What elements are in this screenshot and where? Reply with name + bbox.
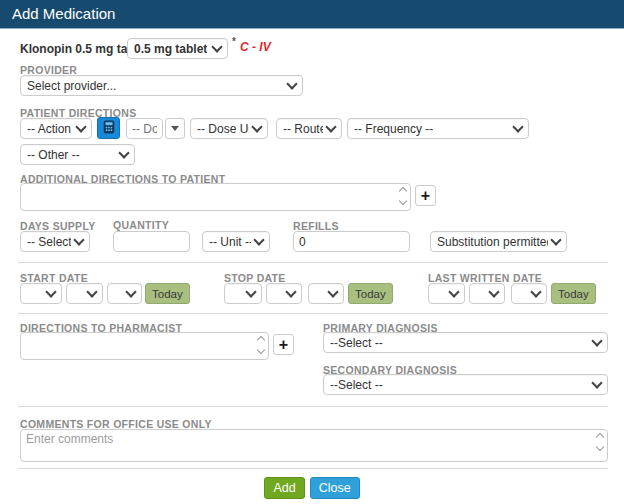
dose-unit-select[interactable]: -- Dose Unit -- [190, 118, 268, 139]
add-directions-button[interactable]: + [415, 185, 436, 206]
quantity-input[interactable] [113, 231, 190, 252]
pharmacist-directions-textarea[interactable] [20, 332, 269, 360]
quantity-label: QUANTITY [113, 219, 169, 231]
frequency-select[interactable]: -- Frequency -- [347, 118, 529, 139]
stop-month-select[interactable] [224, 283, 262, 304]
start-year-select[interactable] [107, 283, 142, 304]
stop-year-select[interactable] [308, 283, 344, 304]
calculator-icon [102, 120, 116, 137]
days-supply-select[interactable]: -- Select -- [20, 231, 90, 252]
chevron-down-icon [488, 286, 499, 297]
chevron-down-icon [75, 121, 86, 132]
divider [18, 262, 608, 263]
chevron-down-icon [251, 121, 262, 132]
stop-day-select[interactable] [266, 283, 302, 304]
textarea-scroll-arrows[interactable] [595, 434, 605, 450]
add-medication-dialog: Add Medication Klonopin 0.5 mg tablet 0.… [0, 0, 624, 504]
chevron-down-icon [285, 286, 296, 297]
comments-textarea[interactable] [20, 429, 608, 462]
dose-calculator-button[interactable] [97, 117, 120, 139]
close-button[interactable]: Close [310, 477, 360, 499]
divider [18, 468, 608, 469]
dialog-header: Add Medication [0, 0, 624, 29]
chevron-down-icon [245, 286, 256, 297]
chevron-down-icon [86, 286, 97, 297]
controlled-substance-schedule: C - IV [240, 40, 271, 54]
refills-input[interactable] [293, 231, 410, 252]
chevron-down-icon [118, 147, 129, 158]
other-select[interactable]: -- Other -- [20, 144, 135, 165]
chevron-down-icon [399, 197, 407, 205]
divider [18, 406, 608, 407]
last-written-day-select[interactable] [469, 283, 505, 304]
chevron-down-icon [591, 335, 602, 346]
chevron-down-icon [73, 234, 84, 245]
additional-directions-textarea[interactable] [20, 183, 411, 211]
action-select[interactable]: -- Action -- [20, 118, 92, 139]
substitution-select[interactable]: Substitution permitted [430, 231, 567, 252]
medication-strength-select[interactable]: 0.5 mg tablet [127, 38, 228, 59]
chevron-down-icon [448, 286, 459, 297]
required-asterisk: * [232, 36, 236, 47]
route-select[interactable]: -- Route -- [276, 118, 342, 139]
chevron-down-icon [550, 234, 561, 245]
add-pharmacist-directions-button[interactable]: + [273, 334, 294, 355]
chevron-down-icon [253, 234, 264, 245]
dialog-title: Add Medication [12, 0, 115, 28]
dose-dropdown-button[interactable] [165, 118, 185, 139]
chevron-up-icon [596, 433, 604, 441]
unit-select[interactable]: -- Unit -- [202, 231, 270, 252]
textarea-scroll-arrows[interactable] [398, 188, 408, 204]
dose-input[interactable] [126, 118, 163, 139]
chevron-down-icon [591, 377, 602, 388]
add-button[interactable]: Add [264, 477, 304, 499]
footer-actions: Add Close [0, 477, 624, 499]
chevron-down-icon [286, 78, 297, 89]
divider [18, 313, 608, 314]
textarea-scroll-arrows[interactable] [256, 337, 266, 353]
last-written-month-select[interactable] [428, 283, 465, 304]
secondary-diagnosis-select[interactable]: --Select -- [323, 374, 608, 395]
dropdown-arrow-icon [171, 126, 179, 131]
chevron-down-icon [257, 346, 265, 354]
start-day-select[interactable] [66, 283, 103, 304]
start-today-button[interactable]: Today [145, 283, 190, 304]
last-written-year-select[interactable] [511, 283, 547, 304]
chevron-down-icon [211, 41, 222, 52]
chevron-up-icon [399, 187, 407, 195]
chevron-down-icon [45, 286, 56, 297]
primary-diagnosis-select[interactable]: --Select -- [323, 332, 608, 353]
stop-today-button[interactable]: Today [348, 283, 393, 304]
chevron-down-icon [327, 286, 338, 297]
start-month-select[interactable] [20, 283, 62, 304]
chevron-up-icon [257, 336, 265, 344]
chevron-down-icon [325, 121, 336, 132]
chevron-down-icon [512, 121, 523, 132]
chevron-down-icon [125, 286, 136, 297]
last-written-today-button[interactable]: Today [551, 283, 596, 304]
chevron-down-icon [530, 286, 541, 297]
provider-select[interactable]: Select provider... [20, 75, 303, 96]
chevron-down-icon [596, 443, 604, 451]
